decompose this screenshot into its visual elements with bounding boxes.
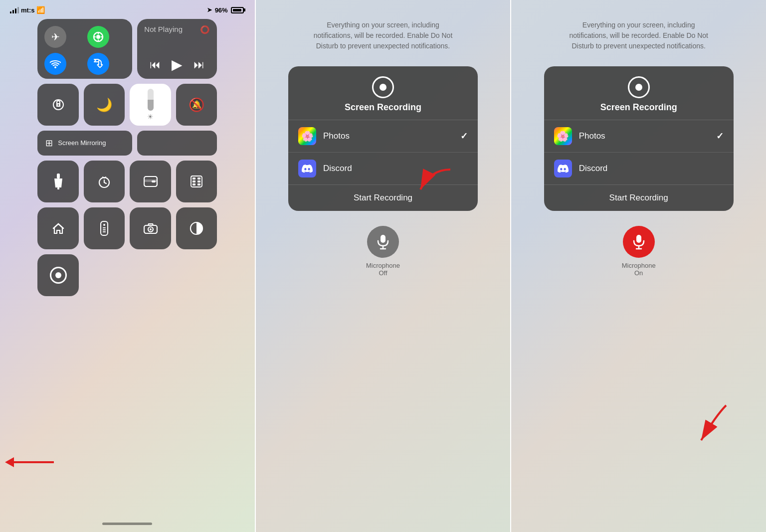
rewind-button[interactable]: ⏮ <box>150 58 161 71</box>
svg-rect-17 <box>152 180 156 182</box>
sr-record-icon-2 <box>372 76 394 98</box>
svg-rect-27 <box>103 227 106 228</box>
wifi-icon: 📶 <box>36 6 45 14</box>
arrow-head-icon <box>5 457 14 467</box>
red-arrow-mic <box>676 400 736 452</box>
status-right: ➤ 96% <box>207 6 245 14</box>
svg-rect-7 <box>57 174 60 178</box>
media-controls: ⏮ ▶ ⏭ <box>144 56 210 73</box>
svg-rect-35 <box>381 235 385 243</box>
microphone-label-3: MicrophoneOn <box>622 262 656 277</box>
airplane-mode-button[interactable]: ✈ <box>44 26 66 48</box>
photos-check-3: ✓ <box>716 131 724 142</box>
sr-app-photos-2[interactable]: 🌸 Photos ✓ <box>288 120 478 152</box>
discord-app-icon-2 <box>298 160 316 177</box>
home-button[interactable] <box>37 207 79 249</box>
microphone-container-3: MicrophoneOn <box>622 226 656 277</box>
screen-mirroring-button[interactable]: ⊞ Screen Mirroring <box>37 131 132 156</box>
camera-button[interactable] <box>130 207 171 249</box>
sr-record-icon-3 <box>628 76 650 98</box>
sr-title-3: Screen Recording <box>600 102 677 113</box>
carrier-label: mt:s <box>21 6 34 14</box>
mute-button[interactable]: 🔕 <box>176 84 217 126</box>
microphone-button-3[interactable] <box>623 226 655 258</box>
media-player-block: Not Playing ⭕ ⏮ ▶ ⏭ <box>137 19 217 79</box>
remote-button[interactable] <box>84 207 125 249</box>
wifi-button[interactable] <box>44 53 66 75</box>
sr-app-discord-3[interactable]: Discord <box>544 152 734 184</box>
sr-panel-3: Everything on your screen, including not… <box>511 0 766 277</box>
invert-button[interactable] <box>176 207 217 249</box>
calculator-button[interactable] <box>176 161 217 202</box>
screen-mirroring-row: ⊞ Screen Mirroring <box>37 131 217 156</box>
photos-app-icon-2: 🌸 <box>298 127 316 145</box>
microphone-label-2: MicrophoneOff <box>366 262 400 277</box>
cc-bottom-row <box>37 254 217 296</box>
microphone-button-2[interactable] <box>367 226 399 258</box>
airplay-icon[interactable]: ⭕ <box>200 25 210 34</box>
pad-2 <box>84 254 125 296</box>
timer-button[interactable] <box>84 161 125 202</box>
start-recording-button-3[interactable]: Start Recording <box>544 184 734 211</box>
sr-popup-2: Screen Recording 🌸 Photos ✓ Discord Star… <box>288 66 478 211</box>
panel-control-center: mt:s 📶 ➤ 96% ✈ <box>0 0 255 532</box>
svg-rect-19 <box>192 177 195 179</box>
fast-forward-button[interactable]: ⏭ <box>193 58 204 71</box>
arrow-line <box>14 461 54 463</box>
screen-record-button[interactable] <box>37 254 79 296</box>
do-not-disturb-button[interactable]: 🌙 <box>84 84 125 126</box>
cellular-button[interactable] <box>87 26 109 48</box>
sr-header-3: Screen Recording <box>544 66 734 120</box>
svg-marker-8 <box>54 178 62 187</box>
panel-screen-recording-1: Everything on your screen, including not… <box>256 0 511 532</box>
svg-rect-28 <box>103 229 106 230</box>
brightness-slider[interactable]: ☀ <box>130 84 171 126</box>
sr-record-dot-2 <box>380 84 386 91</box>
rotation-lock-button[interactable] <box>37 84 79 126</box>
flashlight-button[interactable] <box>37 161 79 202</box>
location-icon: ➤ <box>207 6 212 13</box>
svg-rect-9 <box>57 187 59 189</box>
start-recording-button-2[interactable]: Start Recording <box>288 184 478 211</box>
microphone-container-2: MicrophoneOff <box>366 226 400 277</box>
svg-line-14 <box>104 182 106 183</box>
photos-app-icon-3: 🌸 <box>554 127 572 145</box>
bluetooth-button[interactable]: ⮷ <box>87 53 109 75</box>
sr-title-2: Screen Recording <box>345 102 421 113</box>
pad-3 <box>130 254 171 296</box>
discord-app-icon-3 <box>554 160 572 177</box>
battery-percent: 96% <box>215 6 228 14</box>
status-bar: mt:s 📶 ➤ 96% <box>0 0 255 17</box>
discord-label-2: Discord <box>323 164 468 174</box>
svg-rect-29 <box>103 231 106 232</box>
svg-rect-24 <box>197 183 200 185</box>
photos-check-2: ✓ <box>460 131 468 142</box>
sr-popup-3: Screen Recording 🌸 Photos ✓ Discord Star… <box>544 66 734 211</box>
cc-grid-row-1 <box>37 161 217 202</box>
svg-point-1 <box>96 35 100 39</box>
svg-point-6 <box>57 104 59 106</box>
svg-rect-39 <box>636 235 641 243</box>
cc-second-row: 🌙 ☀ 🔕 <box>37 84 217 126</box>
svg-rect-22 <box>197 180 200 182</box>
photos-label-2: Photos <box>323 131 453 141</box>
sr-app-photos-3[interactable]: 🌸 Photos ✓ <box>544 120 734 152</box>
home-indicator <box>102 523 152 525</box>
photos-label-3: Photos <box>579 131 709 141</box>
sr-record-dot-3 <box>635 84 642 91</box>
discord-label-3: Discord <box>579 164 724 174</box>
extra-block <box>137 131 217 156</box>
svg-point-32 <box>150 228 152 230</box>
connectivity-block: ✈ ⮷ <box>37 19 132 79</box>
cc-top-row: ✈ ⮷ <box>37 19 217 79</box>
svg-point-26 <box>103 224 105 226</box>
media-top: Not Playing ⭕ <box>144 25 210 34</box>
play-pause-button[interactable]: ▶ <box>172 56 183 73</box>
sr-app-discord-2[interactable]: Discord <box>288 152 478 184</box>
cc-grid-row-2 <box>37 207 217 249</box>
brightness-bar <box>148 89 154 111</box>
status-left: mt:s 📶 <box>10 6 45 14</box>
wallet-button[interactable] <box>130 161 171 202</box>
sr-panel-2: Everything on your screen, including not… <box>256 0 511 277</box>
control-center-container: ✈ ⮷ <box>32 19 222 296</box>
